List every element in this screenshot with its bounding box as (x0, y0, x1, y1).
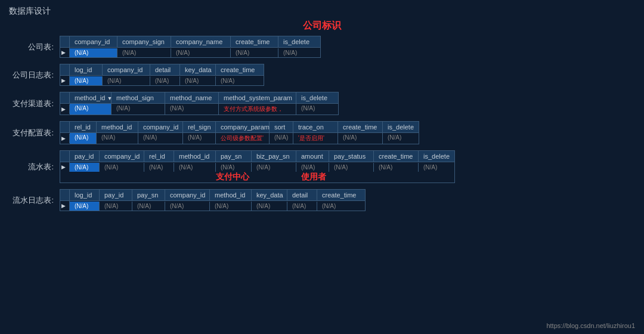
column-header: company_id (138, 122, 183, 132)
table-label: 支付配置表: (9, 128, 60, 138)
column-header: method_id (97, 122, 138, 132)
table-row-item: 支付配置表:rel_idmethod_idcompany_idrel_signc… (9, 121, 635, 144)
column-header: method_id ▼ (70, 92, 112, 103)
data-cell: (N/A) (231, 48, 278, 57)
column-header: is_delete (296, 92, 338, 103)
row-arrow: ▶ (60, 201, 70, 211)
inline-label: 支付中心 (216, 172, 249, 183)
column-header: amount (296, 151, 329, 162)
column-header: create_time (374, 151, 419, 162)
row-arrow: ▶ (60, 104, 70, 114)
data-cell: (N/A) (70, 76, 103, 85)
data-cell: (N/A) (165, 202, 210, 211)
data-cell: (N/A) (171, 48, 231, 57)
footer-link: https://blog.csdn.net/liuzhirou1 (546, 322, 635, 329)
column-header: company_sign (117, 36, 171, 47)
table-row-item: 公司表:company_idcompany_signcompany_namecr… (9, 36, 635, 58)
table-label: 公司表: (9, 42, 60, 52)
data-cell: (N/A) (112, 104, 165, 115)
column-header: rel_id (70, 122, 97, 132)
column-header: create_time (338, 122, 383, 132)
column-header: pay_status (329, 151, 374, 162)
column-header: key_data (180, 64, 216, 75)
data-cell: (N/A) (374, 163, 419, 172)
table-label: 支付渠道表: (9, 98, 60, 109)
column-header: company_id (100, 151, 144, 162)
data-cell: (N/A) (338, 133, 383, 144)
row-arrow: ▶ (60, 48, 70, 57)
inline-label: 使用者 (301, 172, 326, 183)
db-table: log_idpay_idpay_sncompany_idmethod_idkey… (60, 189, 366, 211)
data-cell: (N/A) (270, 133, 293, 144)
data-cell: (N/A) (296, 104, 338, 115)
column-header: detail (287, 190, 317, 200)
data-cell: (N/A) (70, 202, 100, 211)
data-cell: (N/A) (70, 163, 100, 172)
db-table: pay_idcompany_idrel_idmethod_idpay_snbiz… (60, 150, 455, 183)
column-header: create_time (216, 64, 264, 75)
column-header: pay_id (100, 190, 132, 200)
data-cell: (N/A) (252, 202, 287, 211)
column-header: method_sign (112, 92, 165, 103)
table-row-item: 流水日志表:log_idpay_idpay_sncompany_idmethod… (9, 189, 635, 211)
data-cell: (N/A) (97, 133, 138, 144)
db-table: rel_idmethod_idcompany_idrel_signcompany… (60, 121, 419, 144)
page-title: 数据库设计 (0, 0, 644, 20)
data-cell: (N/A) (296, 163, 329, 172)
data-cell: (N/A) (117, 48, 171, 57)
data-cell: (N/A) (278, 48, 320, 57)
data-cell: (N/A) (144, 163, 174, 172)
row-arrow: ▶ (60, 162, 70, 172)
column-header: method_name (165, 92, 219, 103)
data-cell: (N/A) (317, 202, 365, 211)
column-header: detail (150, 64, 180, 75)
table-label: 流水日志表: (9, 195, 60, 206)
column-header: pay_sn (132, 190, 165, 200)
table-row-item: 流水表:pay_idcompany_idrel_idmethod_idpay_s… (9, 150, 635, 183)
data-cell: (N/A) (100, 163, 144, 172)
table-row-item: 公司日志表:log_idcompany_iddetailkey_datacrea… (9, 64, 635, 86)
column-header: rel_sign (183, 122, 216, 132)
data-cell: (N/A) (150, 76, 180, 85)
data-cell: (N/A) (138, 133, 183, 144)
data-cell: (N/A) (210, 202, 252, 211)
row-arrow: ▶ (60, 134, 70, 143)
db-table: company_idcompany_signcompany_namecreate… (60, 36, 321, 58)
column-header: method_id (210, 190, 252, 200)
data-cell: (N/A) (252, 163, 296, 172)
db-table: log_idcompany_iddetailkey_datacreate_tim… (60, 64, 264, 86)
column-header: is_delete (383, 122, 419, 132)
column-header: pay_sn (216, 151, 252, 162)
data-cell: (N/A) (100, 202, 132, 211)
column-header: pay_id (70, 151, 100, 162)
column-header: company_param (216, 122, 270, 132)
data-cell: (N/A) (383, 133, 419, 144)
column-header: log_id (70, 64, 103, 75)
column-header: company_id (165, 190, 210, 200)
data-cell: 支付方式系统级参数， (219, 104, 296, 115)
table-label: 流水表: (9, 162, 60, 172)
data-cell: (N/A) (174, 163, 216, 172)
column-header: log_id (70, 190, 100, 200)
column-header: method_id (174, 151, 216, 162)
center-label: 公司标识 (9, 20, 635, 32)
data-cell: '是否启用' (293, 133, 338, 144)
data-cell: (N/A) (287, 202, 317, 211)
column-header: create_time (317, 190, 365, 200)
data-cell: (N/A) (419, 163, 454, 172)
column-header: sort (270, 122, 293, 132)
data-cell: (N/A) (103, 76, 150, 85)
column-header: trace_on (293, 122, 338, 132)
column-header: company_id (70, 36, 117, 47)
data-cell: (N/A) (180, 76, 216, 85)
column-header: company_name (171, 36, 231, 47)
data-cell: (N/A) (132, 202, 165, 211)
column-header: biz_pay_sn (252, 151, 296, 162)
data-cell: (N/A) (216, 163, 252, 172)
db-table: method_id ▼method_signmethod_namemethod_… (60, 92, 339, 115)
column-header: is_delete (419, 151, 454, 162)
data-cell: (N/A) (70, 104, 112, 115)
data-cell: (N/A) (70, 48, 117, 57)
data-cell: (N/A) (165, 104, 219, 115)
column-header: method_system_param (219, 92, 296, 103)
